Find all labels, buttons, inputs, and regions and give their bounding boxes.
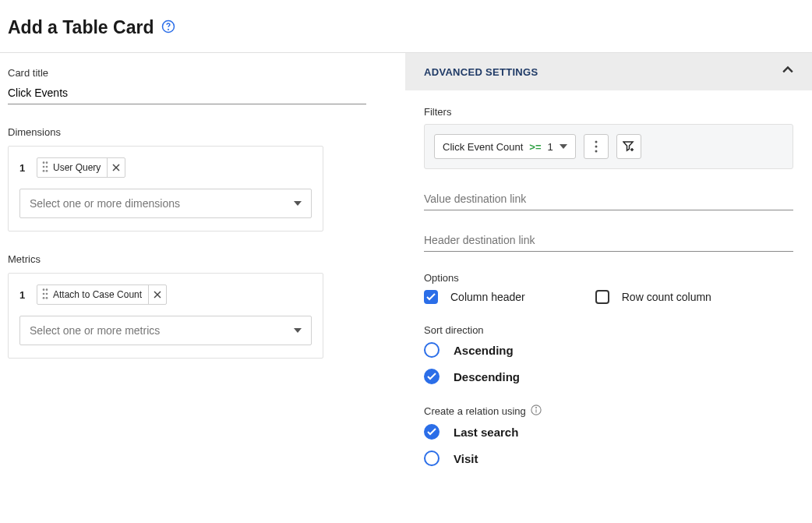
select-placeholder: Select one or more metrics [30,324,160,337]
svg-point-11 [46,288,48,291]
card-title-field: Card title [8,67,397,104]
sort-label: Sort direction [424,324,793,336]
dimension-chip[interactable]: User Query [37,157,125,178]
left-column: Card title Dimensions 1 User Query [0,53,405,510]
sort-radio-list: Ascending Descending [424,342,793,384]
card-title-label: Card title [8,67,397,79]
svg-point-3 [46,161,48,164]
svg-point-10 [43,288,45,291]
main-layout: Card title Dimensions 1 User Query [0,52,812,510]
radio-label: Ascending [454,344,514,357]
radio-icon [424,424,440,440]
select-placeholder: Select one or more dimensions [30,197,180,210]
metrics-box: 1 Attach to Case Count Select one or mor… [8,273,323,359]
filter-pill[interactable]: Click Event Count >= 1 [434,134,576,159]
svg-point-13 [46,292,48,295]
advanced-settings-title: ADVANCED SETTINGS [424,66,538,78]
options-section: Options Column header Row count column [424,272,793,304]
radio-label: Descending [454,370,520,383]
metric-chip-row: 1 Attach to Case Count [19,284,312,305]
checkbox-label: Row count column [622,291,711,303]
relation-section: Create a relation using Last search [424,405,793,466]
chevron-down-icon [560,141,567,153]
header-link-input[interactable] [424,231,793,252]
svg-point-2 [43,161,45,164]
checkbox-icon [424,290,438,304]
page-header: Add a Table Card [0,0,812,52]
page-title: Add a Table Card [8,17,154,38]
relation-visit-radio[interactable]: Visit [424,451,793,466]
filters-label: Filters [424,106,793,118]
relation-last-search-radio[interactable]: Last search [424,424,793,440]
svg-point-25 [535,408,536,408]
header-link-section [424,231,793,252]
filter-menu-button[interactable] [584,134,609,159]
options-row: Column header Row count column [424,290,793,304]
info-icon[interactable] [531,405,542,418]
radio-icon [424,342,440,358]
filters-section: Filters Click Event Count >= 1 [424,106,793,169]
chip-remove-button[interactable] [148,284,161,305]
value-link-section [424,189,793,210]
options-label: Options [424,272,793,284]
dimensions-select[interactable]: Select one or more dimensions [19,189,312,218]
filter-value: 1 [548,141,553,153]
dimensions-label: Dimensions [8,126,397,138]
dimension-chip-row: 1 User Query [19,157,312,178]
svg-point-6 [43,170,45,172]
drag-handle-icon[interactable] [42,288,48,302]
radio-icon [424,369,440,384]
metrics-field: Metrics 1 Attach to Case Count [8,253,397,359]
chip-text: Attach to Case Count [53,289,142,300]
chip-index: 1 [19,289,29,301]
column-header-checkbox[interactable]: Column header [424,290,525,304]
card-title-input[interactable] [8,83,366,104]
svg-point-5 [46,165,48,168]
chip-index: 1 [19,162,29,174]
chip-remove-button[interactable] [107,157,120,178]
filter-bar: Click Event Count >= 1 [424,124,793,169]
svg-point-18 [595,141,597,143]
right-column: ADVANCED SETTINGS Filters Click Event Co… [405,53,812,510]
svg-point-1 [168,29,169,30]
advanced-settings-body: Filters Click Event Count >= 1 [405,90,812,510]
metrics-select[interactable]: Select one or more metrics [19,316,312,345]
svg-point-19 [595,146,597,148]
value-link-input[interactable] [424,189,793,210]
svg-point-20 [595,150,597,153]
svg-point-12 [43,292,45,295]
chevron-up-icon [782,65,793,79]
chip-text: User Query [53,162,101,173]
help-icon[interactable] [161,19,175,37]
drag-handle-icon[interactable] [42,161,48,175]
relation-label: Create a relation using [424,405,793,418]
sort-section: Sort direction Ascending Descending [424,324,793,384]
filter-operator: >= [529,141,541,153]
advanced-settings-toggle[interactable]: ADVANCED SETTINGS [405,53,812,90]
radio-label: Visit [454,452,478,465]
sort-ascending-radio[interactable]: Ascending [424,342,793,358]
relation-radio-list: Last search Visit [424,424,793,466]
svg-point-15 [46,297,48,299]
checkbox-icon [595,290,609,304]
metric-chip[interactable]: Attach to Case Count [37,284,167,305]
sort-descending-radio[interactable]: Descending [424,369,793,384]
filter-field: Click Event Count [443,141,523,153]
radio-icon [424,451,440,466]
dimensions-field: Dimensions 1 User Query Select [8,126,397,231]
add-filter-button[interactable] [616,134,641,159]
svg-point-7 [46,170,48,172]
svg-point-14 [43,297,45,299]
checkbox-label: Column header [450,291,525,303]
svg-point-4 [43,165,45,168]
metrics-label: Metrics [8,253,397,265]
dimensions-box: 1 User Query Select one or more dimensio… [8,146,323,231]
radio-label: Last search [454,426,518,439]
row-count-checkbox[interactable]: Row count column [595,290,711,304]
